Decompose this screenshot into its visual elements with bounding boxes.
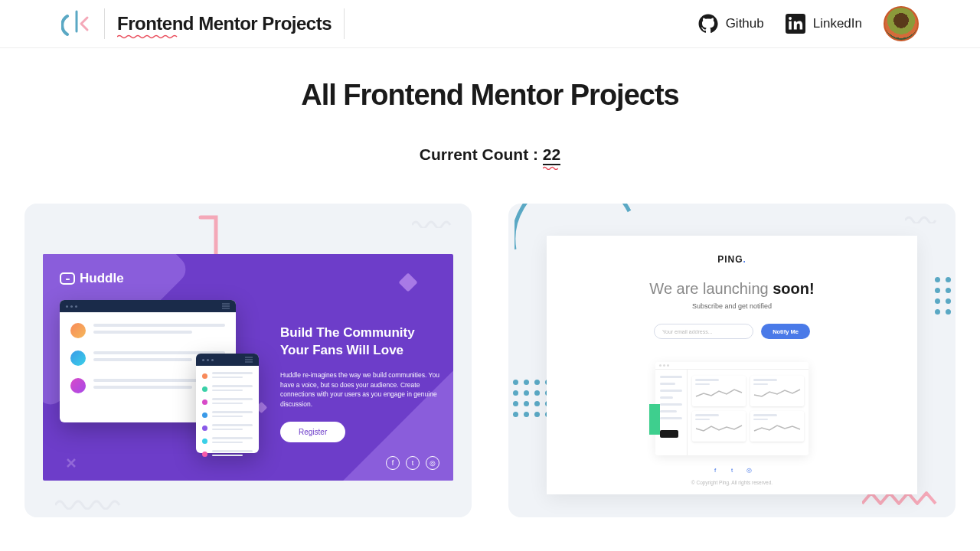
ping-sub: Subscribe and get notified: [547, 302, 917, 310]
github-label: Github: [726, 16, 764, 31]
huddle-body: Huddle re-imagines the way we build comm…: [280, 370, 439, 409]
facebook-icon: f: [711, 466, 719, 474]
count-value: 22: [543, 145, 560, 165]
page-title: All Frontend Mentor Projects: [24, 79, 956, 112]
site-title: Frontend Mentor Projects: [117, 13, 332, 34]
ping-form: Your email address... Notify Me: [547, 324, 917, 339]
huddle-register-button: Register: [280, 422, 345, 442]
project-count: Current Count : 22: [24, 145, 956, 165]
deco-shape: [178, 213, 224, 254]
huddle-mock: Huddle: [43, 254, 453, 481]
header-right: Github LinkedIn: [698, 6, 919, 41]
facebook-icon: f: [386, 456, 400, 470]
ping-copyright: © Copyright Ping. All rights reserved.: [547, 480, 917, 485]
github-icon: [698, 14, 718, 34]
main-content: All Frontend Mentor Projects Current Cou…: [0, 48, 980, 517]
site-header: Frontend Mentor Projects Github LinkedIn: [0, 0, 980, 48]
ping-email-input: Your email address...: [654, 324, 753, 339]
site-title-text: Frontend Mentor Projects: [117, 13, 332, 34]
huddle-socials: f t ◎: [386, 456, 439, 470]
deco-squiggle: [55, 496, 132, 510]
svg-rect-2: [789, 21, 791, 30]
huddle-heading: Build The Community Your Fans Will Love: [280, 324, 439, 360]
header-divider: [344, 8, 345, 39]
header-divider: [104, 8, 105, 39]
user-avatar[interactable]: [884, 6, 919, 41]
ping-socials: f t ◎: [547, 466, 917, 474]
ping-dashboard-mock: [655, 362, 808, 455]
deco-dotgrid: [935, 277, 956, 315]
project-card-ping[interactable]: PING. We are launching soon! Subscribe a…: [508, 204, 956, 517]
deco-cross: [66, 458, 77, 468]
linkedin-link[interactable]: LinkedIn: [786, 14, 862, 34]
project-grid: Huddle: [24, 204, 956, 517]
mock-window-small: [196, 354, 259, 453]
project-preview: PING. We are launching soon! Subscribe a…: [508, 204, 956, 517]
twitter-icon: t: [406, 456, 420, 470]
deco-squiggle: [905, 213, 943, 223]
ping-heading: We are launching soon!: [547, 280, 917, 298]
huddle-logo-icon: [60, 272, 75, 285]
ping-logo: PING.: [547, 254, 917, 265]
ping-mock: PING. We are launching soon! Subscribe a…: [547, 236, 917, 494]
huddle-logo: Huddle: [60, 271, 124, 286]
ping-notify-button: Notify Me: [761, 324, 810, 339]
github-link[interactable]: Github: [698, 14, 764, 34]
linkedin-icon: [786, 14, 805, 34]
site-logo-icon[interactable]: [61, 8, 92, 39]
header-left: Frontend Mentor Projects: [61, 8, 345, 39]
instagram-icon: ◎: [745, 466, 753, 474]
huddle-copy: Build The Community Your Fans Will Love …: [280, 324, 439, 442]
twitter-icon: t: [728, 466, 736, 474]
svg-point-3: [789, 17, 792, 20]
squiggle-underline-icon: [117, 34, 178, 39]
deco-dotgrid: [513, 380, 550, 417]
project-card-huddle[interactable]: Huddle: [24, 204, 472, 517]
deco-squiggle: [412, 217, 458, 228]
huddle-brand: Huddle: [80, 271, 124, 286]
project-preview: Huddle: [24, 204, 472, 517]
count-label: Current Count :: [420, 145, 543, 163]
instagram-icon: ◎: [426, 456, 439, 470]
deco-diamond: [398, 272, 417, 292]
linkedin-label: LinkedIn: [813, 16, 862, 31]
